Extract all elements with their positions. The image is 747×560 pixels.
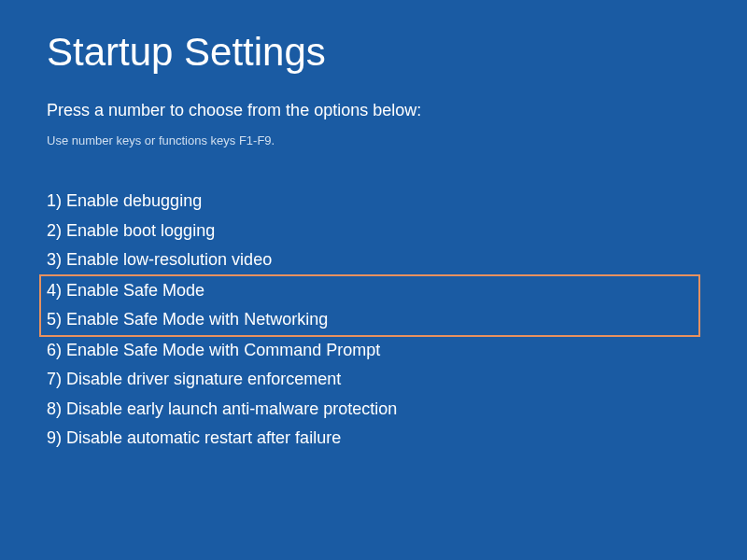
option-label: Enable boot logging xyxy=(66,221,215,240)
option-label: Enable low-resolution video xyxy=(66,250,272,269)
option-num: 2 xyxy=(47,221,56,240)
option-num: 8 xyxy=(47,399,56,418)
option-label: Enable debugging xyxy=(66,191,202,210)
option-item-9[interactable]: 9) Disable automatic restart after failu… xyxy=(47,424,700,454)
option-label: Disable driver signature enforcement xyxy=(66,370,341,388)
option-num: 6 xyxy=(47,341,56,359)
startup-settings-screen: Startup Settings Press a number to choos… xyxy=(0,0,747,483)
instruction-text: Press a number to choose from the option… xyxy=(47,101,700,120)
option-label: Disable automatic restart after failure xyxy=(66,428,341,447)
option-item-4[interactable]: 4) Enable Safe Mode xyxy=(47,276,698,306)
option-item-7[interactable]: 7) Disable driver signature enforcement xyxy=(47,365,700,395)
option-label: Enable Safe Mode with Command Prompt xyxy=(66,341,380,359)
page-title: Startup Settings xyxy=(47,30,700,75)
hint-text: Use number keys or functions keys F1-F9. xyxy=(47,133,700,147)
option-num: 3 xyxy=(47,250,56,269)
option-item-5[interactable]: 5) Enable Safe Mode with Networking xyxy=(47,305,698,335)
option-item-6[interactable]: 6) Enable Safe Mode with Command Prompt xyxy=(47,336,700,366)
option-num: 5 xyxy=(47,310,56,329)
option-label: Enable Safe Mode xyxy=(66,281,204,300)
option-num: 7 xyxy=(47,370,56,388)
option-item-2[interactable]: 2) Enable boot logging xyxy=(47,217,700,246)
options-list: 1) Enable debugging 2) Enable boot loggi… xyxy=(47,187,700,454)
option-num: 1 xyxy=(47,191,56,210)
option-label: Disable early launch anti-malware protec… xyxy=(66,399,397,418)
option-num: 4 xyxy=(47,281,56,300)
highlight-annotation: 4) Enable Safe Mode 5) Enable Safe Mode … xyxy=(39,274,700,337)
option-num: 9 xyxy=(47,428,56,447)
option-item-8[interactable]: 8) Disable early launch anti-malware pro… xyxy=(47,395,700,425)
option-label: Enable Safe Mode with Networking xyxy=(66,310,328,329)
option-item-3[interactable]: 3) Enable low-resolution video xyxy=(47,245,700,275)
option-item-1[interactable]: 1) Enable debugging xyxy=(47,187,700,217)
